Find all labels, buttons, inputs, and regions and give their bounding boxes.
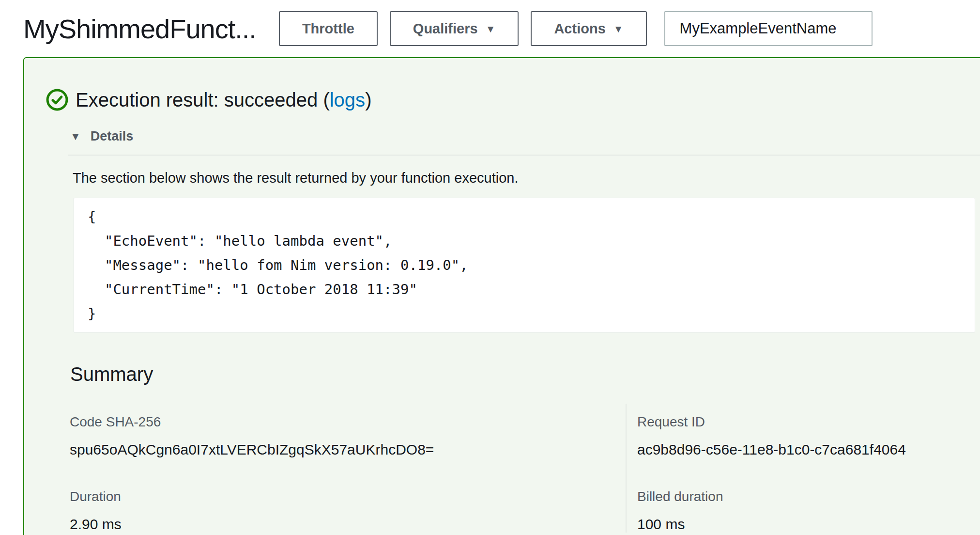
- throttle-button-label: Throttle: [302, 21, 354, 37]
- caret-down-icon: ▼: [486, 24, 496, 34]
- duration-field: Duration 2.90 ms: [70, 489, 626, 533]
- qualifiers-button-label: Qualifiers: [413, 21, 478, 37]
- throttle-button[interactable]: Throttle: [279, 11, 378, 46]
- details-toggle[interactable]: ▼ Details: [70, 129, 980, 144]
- test-event-select[interactable]: MyExampleEventName: [664, 11, 873, 46]
- page-title: MyShimmedFunct...: [23, 13, 256, 45]
- details-toggle-label: Details: [91, 129, 134, 144]
- request-id-field: Request ID ac9b8d96-c56e-11e8-b1c0-c7ca6…: [637, 414, 980, 458]
- code-sha256-field: Code SHA-256 spu65oAQkCgn6a0I7xtLVERCbIZ…: [70, 414, 626, 458]
- function-header: MyShimmedFunct... Throttle Qualifiers ▼ …: [0, 0, 980, 57]
- summary-left-column: Code SHA-256 spu65oAQkCgn6a0I7xtLVERCbIZ…: [70, 404, 626, 533]
- field-value: 100 ms: [637, 516, 980, 533]
- success-check-icon: [46, 89, 68, 111]
- actions-button[interactable]: Actions ▼: [531, 11, 646, 46]
- test-event-select-value: MyExampleEventName: [680, 20, 837, 37]
- field-label: Duration: [70, 489, 626, 504]
- logs-link[interactable]: logs: [330, 89, 365, 110]
- execution-result-text: Execution result: succeeded (: [76, 89, 330, 110]
- result-json-box: { "EchoEvent": "hello lambda event", "Me…: [74, 198, 975, 332]
- field-value: 2.90 ms: [70, 516, 626, 533]
- result-json-text: { "EchoEvent": "hello lambda event", "Me…: [88, 205, 961, 326]
- execution-result-header: Execution result: succeeded (logs): [24, 58, 980, 111]
- result-description: The section below shows the result retur…: [73, 170, 980, 186]
- field-label: Billed duration: [637, 489, 980, 504]
- summary-heading: Summary: [70, 363, 980, 385]
- actions-button-label: Actions: [554, 21, 605, 37]
- execution-result-panel: Execution result: succeeded (logs) ▼ Det…: [23, 57, 980, 535]
- execution-result-text-suffix: ): [365, 89, 371, 110]
- summary-columns: Code SHA-256 spu65oAQkCgn6a0I7xtLVERCbIZ…: [70, 404, 980, 533]
- qualifiers-button[interactable]: Qualifiers ▼: [390, 11, 519, 46]
- billed-duration-field: Billed duration 100 ms: [637, 489, 980, 533]
- field-value: ac9b8d96-c56e-11e8-b1c0-c7ca681f4064: [637, 441, 980, 458]
- field-label: Code SHA-256: [70, 414, 626, 430]
- field-value: spu65oAQkCgn6a0I7xtLVERCbIZgqSkX57aUKrhc…: [70, 441, 626, 458]
- details-caret-down-icon: ▼: [70, 130, 81, 143]
- execution-result-title: Execution result: succeeded (logs): [76, 88, 371, 111]
- summary-right-column: Request ID ac9b8d96-c56e-11e8-b1c0-c7ca6…: [626, 404, 980, 533]
- caret-down-icon: ▼: [613, 24, 624, 34]
- field-label: Request ID: [637, 414, 980, 430]
- details-divider: [68, 155, 980, 156]
